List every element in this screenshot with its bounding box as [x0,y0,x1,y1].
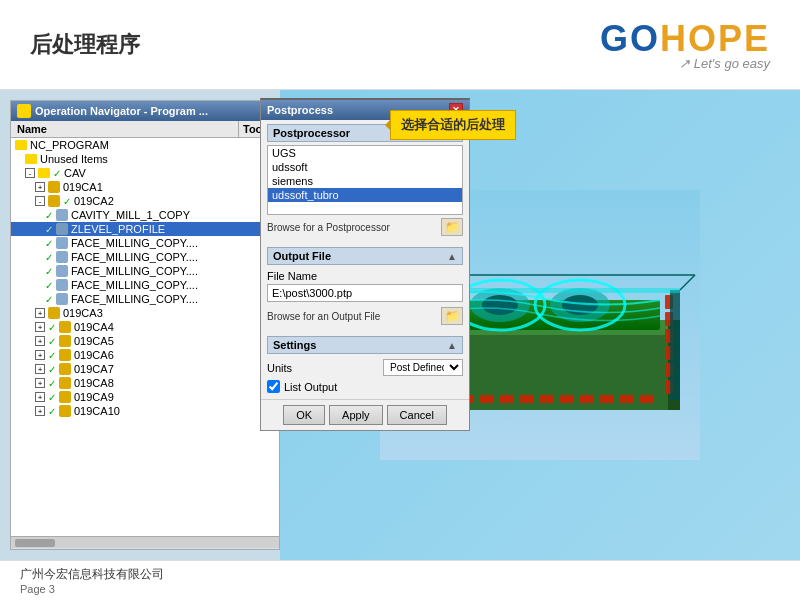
navigator-icon [17,104,31,118]
item-label: 019CA9 [74,391,114,403]
list-item[interactable]: + ✓ 019CA9 [11,390,279,404]
horizontal-scrollbar[interactable] [11,536,279,548]
op-icon [56,279,68,291]
navigator-panel: Operation Navigator - Program ... Name T… [10,100,280,550]
expand-icon[interactable]: - [35,196,45,206]
check-icon: ✓ [45,224,53,235]
op-icon [59,363,71,375]
ok-button[interactable]: OK [283,405,325,425]
check-icon: ✓ [48,336,56,347]
units-row: Units Post Defined Metric Inches [267,357,463,378]
expand-icon[interactable]: + [35,350,45,360]
footer-company: 广州今宏信息科技有限公司 [20,566,780,583]
list-item[interactable]: ✓ FACE_MILLING_COPY.... [11,236,279,250]
op-icon [56,223,68,235]
list-item[interactable]: + ✓ 019CA6 [11,348,279,362]
item-label: 019CA8 [74,377,114,389]
browse-output-row: Browse for an Output File 📁 [267,304,463,328]
expand-icon[interactable]: + [35,406,45,416]
cancel-button[interactable]: Cancel [387,405,447,425]
navigator-columns: Name Too [11,121,279,138]
op-icon [56,209,68,221]
list-item[interactable]: Unused Items [11,152,279,166]
expand-icon[interactable]: + [35,378,45,388]
folder-icon [38,168,50,178]
pp-item-udssoft[interactable]: udssoft [268,160,462,174]
expand-icon[interactable]: + [35,392,45,402]
svg-rect-25 [580,395,594,403]
list-output-label: List Output [284,381,337,393]
item-label: FACE_MILLING_COPY.... [71,251,198,263]
expand-icon[interactable]: + [35,336,45,346]
list-item[interactable]: + 019CA1 [11,180,279,194]
list-item[interactable]: ✓ FACE_MILLING_COPY.... [11,292,279,306]
logo-hope: HOPE [660,18,770,59]
col-name: Name [11,121,239,137]
postprocessor-list[interactable]: UGS udssoft siemens udssoft_tubro [267,145,463,215]
svg-rect-24 [560,395,574,403]
list-item[interactable]: ✓ FACE_MILLING_COPY.... [11,264,279,278]
file-name-label: File Name [267,268,463,284]
apply-button[interactable]: Apply [329,405,383,425]
item-label: CAV [64,167,86,179]
logo-area: GOHOPE ↗ Let's go easy [600,18,770,71]
collapse-icon[interactable]: ▲ [447,340,457,351]
expand-icon[interactable]: + [35,322,45,332]
list-item[interactable]: + ✓ 019CA4 [11,320,279,334]
list-item[interactable]: - ✓ 019CA2 [11,194,279,208]
scrollbar-thumb[interactable] [15,539,55,547]
list-item[interactable]: + ✓ 019CA7 [11,362,279,376]
expand-icon[interactable]: + [35,364,45,374]
svg-rect-20 [480,395,494,403]
item-label: FACE_MILLING_COPY.... [71,237,198,249]
check-icon: ✓ [48,392,56,403]
list-output-checkbox[interactable] [267,380,280,393]
op-icon [59,335,71,347]
expand-icon[interactable]: + [35,308,45,318]
file-name-input[interactable] [267,284,463,302]
postprocessor-label: Postprocessor [273,127,350,139]
item-label: 019CA5 [74,335,114,347]
browse-postprocessor-button[interactable]: 📁 [441,218,463,236]
pp-item-ugs[interactable]: UGS [268,146,462,160]
list-item[interactable]: + ✓ 019CA10 [11,404,279,418]
browse-output-button[interactable]: 📁 [441,307,463,325]
item-label: NC_PROGRAM [30,139,109,151]
footer-page: Page 3 [20,583,780,595]
op-icon [56,293,68,305]
check-icon: ✓ [45,294,53,305]
op-icon [56,237,68,249]
list-item[interactable]: + 019CA3 [11,306,279,320]
collapse-icon[interactable]: ▲ [447,251,457,262]
expand-icon[interactable]: - [25,168,35,178]
list-item[interactable]: + ✓ 019CA5 [11,334,279,348]
browse-postprocessor-label: Browse for a Postprocessor [267,222,437,233]
callout-text: 选择合适的后处理 [401,117,505,132]
pp-item-tubro[interactable]: udssoft_tubro [268,188,462,202]
check-icon: ✓ [48,322,56,333]
check-icon: ✓ [48,364,56,375]
svg-rect-22 [520,395,534,403]
svg-rect-23 [540,395,554,403]
output-file-section: Output File ▲ File Name Browse for an Ou… [261,243,469,332]
svg-rect-26 [600,395,614,403]
list-item[interactable]: ✓ CAVITY_MILL_1_COPY [11,208,279,222]
navigator-title-bar: Operation Navigator - Program ... [11,101,279,121]
list-item[interactable]: NC_PROGRAM [11,138,279,152]
browse-postprocessor-row: Browse for a Postprocessor 📁 [267,215,463,239]
list-item[interactable]: - ✓ CAV [11,166,279,180]
list-item[interactable]: ✓ FACE_MILLING_COPY.... [11,278,279,292]
units-select[interactable]: Post Defined Metric Inches [383,359,463,376]
op-icon [56,265,68,277]
item-label: FACE_MILLING_COPY.... [71,293,198,305]
pp-item-siemens[interactable]: siemens [268,174,462,188]
op-icon [48,307,60,319]
item-label: 019CA6 [74,349,114,361]
expand-icon[interactable]: + [35,182,45,192]
list-item[interactable]: ✓ ZLEVEL_PROFILE [11,222,279,236]
op-icon [48,195,60,207]
browse-output-label: Browse for an Output File [267,311,437,322]
list-item[interactable]: + ✓ 019CA8 [11,376,279,390]
list-item[interactable]: ✓ FACE_MILLING_COPY.... [11,250,279,264]
op-icon [59,377,71,389]
